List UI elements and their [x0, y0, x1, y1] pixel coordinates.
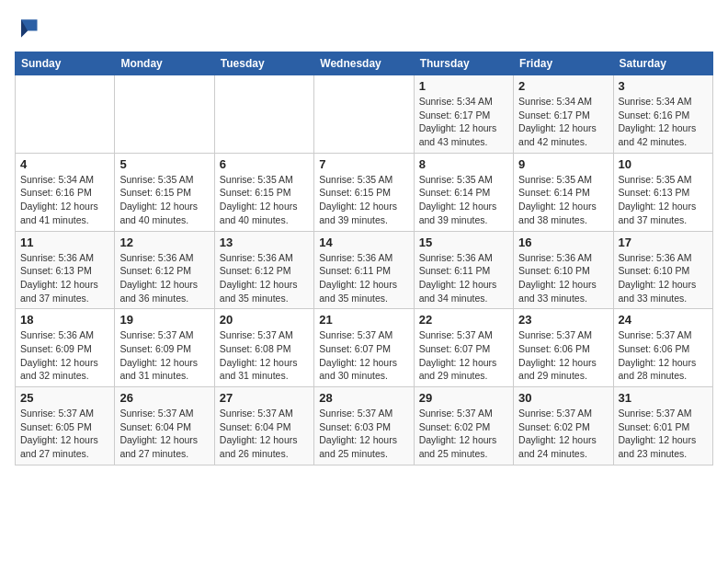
day-number: 2	[518, 79, 608, 93]
day-info: Sunrise: 5:35 AM Sunset: 6:15 PM Dayligh…	[119, 173, 209, 227]
header-day-tuesday: Tuesday	[214, 52, 313, 75]
day-number: 17	[619, 236, 708, 249]
calendar-table: SundayMondayTuesdayWednesdayThursdayFrid…	[15, 52, 713, 465]
day-info: Sunrise: 5:36 AM Sunset: 6:10 PM Dayligh…	[619, 251, 708, 305]
calendar-cell: 10Sunrise: 5:35 AM Sunset: 6:13 PM Dayli…	[613, 153, 712, 231]
calendar-body: 1Sunrise: 5:34 AM Sunset: 6:17 PM Daylig…	[16, 75, 713, 465]
calendar-cell: 18Sunrise: 5:36 AM Sunset: 6:09 PM Dayli…	[16, 309, 115, 387]
header-day-wednesday: Wednesday	[314, 52, 414, 75]
week-row-3: 11Sunrise: 5:36 AM Sunset: 6:13 PM Dayli…	[16, 231, 713, 309]
day-number: 24	[619, 313, 708, 327]
day-number: 1	[419, 79, 508, 93]
logo	[15, 15, 44, 40]
calendar-cell: 26Sunrise: 5:37 AM Sunset: 6:04 PM Dayli…	[115, 387, 214, 465]
day-number: 11	[20, 236, 109, 249]
calendar-cell: 31Sunrise: 5:37 AM Sunset: 6:01 PM Dayli…	[613, 387, 712, 465]
week-row-2: 4Sunrise: 5:34 AM Sunset: 6:16 PM Daylig…	[16, 153, 713, 231]
day-info: Sunrise: 5:36 AM Sunset: 6:12 PM Dayligh…	[119, 251, 209, 305]
day-info: Sunrise: 5:35 AM Sunset: 6:15 PM Dayligh…	[220, 173, 309, 227]
day-number: 30	[518, 391, 608, 405]
day-number: 25	[20, 391, 109, 405]
day-info: Sunrise: 5:35 AM Sunset: 6:13 PM Dayligh…	[619, 173, 708, 227]
day-info: Sunrise: 5:35 AM Sunset: 6:14 PM Dayligh…	[518, 173, 608, 227]
day-number: 20	[220, 313, 309, 327]
calendar-cell: 21Sunrise: 5:37 AM Sunset: 6:07 PM Dayli…	[314, 309, 414, 387]
day-number: 9	[518, 157, 608, 171]
day-number: 15	[419, 236, 508, 249]
day-number: 22	[419, 313, 508, 327]
calendar-cell: 11Sunrise: 5:36 AM Sunset: 6:13 PM Dayli…	[16, 231, 115, 309]
day-info: Sunrise: 5:37 AM Sunset: 6:04 PM Dayligh…	[119, 407, 209, 461]
calendar-cell	[115, 75, 214, 154]
day-info: Sunrise: 5:36 AM Sunset: 6:13 PM Dayligh…	[20, 251, 109, 305]
calendar-cell: 1Sunrise: 5:34 AM Sunset: 6:17 PM Daylig…	[414, 75, 513, 154]
day-info: Sunrise: 5:35 AM Sunset: 6:15 PM Dayligh…	[319, 173, 408, 227]
calendar-cell: 6Sunrise: 5:35 AM Sunset: 6:15 PM Daylig…	[214, 153, 313, 231]
day-number: 19	[119, 313, 209, 327]
day-info: Sunrise: 5:35 AM Sunset: 6:14 PM Dayligh…	[419, 173, 508, 227]
day-info: Sunrise: 5:37 AM Sunset: 6:03 PM Dayligh…	[319, 407, 408, 461]
day-number: 23	[518, 313, 608, 327]
calendar-cell	[314, 75, 414, 154]
day-info: Sunrise: 5:37 AM Sunset: 6:04 PM Dayligh…	[220, 407, 309, 461]
header-day-thursday: Thursday	[414, 52, 513, 75]
calendar-cell: 17Sunrise: 5:36 AM Sunset: 6:10 PM Dayli…	[613, 231, 712, 309]
day-number: 14	[319, 236, 408, 249]
calendar-cell: 16Sunrise: 5:36 AM Sunset: 6:10 PM Dayli…	[514, 231, 613, 309]
day-info: Sunrise: 5:34 AM Sunset: 6:17 PM Dayligh…	[518, 95, 608, 149]
day-number: 12	[119, 236, 209, 249]
calendar-cell: 15Sunrise: 5:36 AM Sunset: 6:11 PM Dayli…	[414, 231, 513, 309]
day-number: 26	[119, 391, 209, 405]
day-info: Sunrise: 5:37 AM Sunset: 6:09 PM Dayligh…	[119, 328, 209, 383]
calendar-cell: 29Sunrise: 5:37 AM Sunset: 6:02 PM Dayli…	[414, 387, 513, 465]
page-header	[15, 15, 713, 40]
day-info: Sunrise: 5:37 AM Sunset: 6:05 PM Dayligh…	[20, 407, 109, 461]
day-number: 29	[419, 391, 508, 405]
day-info: Sunrise: 5:37 AM Sunset: 6:02 PM Dayligh…	[419, 407, 508, 461]
calendar-cell: 20Sunrise: 5:37 AM Sunset: 6:08 PM Dayli…	[214, 309, 313, 387]
day-number: 10	[619, 157, 708, 171]
calendar-cell: 28Sunrise: 5:37 AM Sunset: 6:03 PM Dayli…	[314, 387, 414, 465]
calendar-cell: 19Sunrise: 5:37 AM Sunset: 6:09 PM Dayli…	[115, 309, 214, 387]
day-info: Sunrise: 5:37 AM Sunset: 6:02 PM Dayligh…	[518, 407, 608, 461]
header-day-sunday: Sunday	[16, 52, 115, 75]
day-number: 5	[119, 157, 209, 171]
calendar-cell: 12Sunrise: 5:36 AM Sunset: 6:12 PM Dayli…	[115, 231, 214, 309]
day-number: 8	[419, 157, 508, 171]
day-info: Sunrise: 5:36 AM Sunset: 6:12 PM Dayligh…	[220, 251, 309, 305]
day-number: 3	[619, 79, 708, 93]
week-row-1: 1Sunrise: 5:34 AM Sunset: 6:17 PM Daylig…	[16, 75, 713, 154]
calendar-cell: 25Sunrise: 5:37 AM Sunset: 6:05 PM Dayli…	[16, 387, 115, 465]
calendar-cell: 30Sunrise: 5:37 AM Sunset: 6:02 PM Dayli…	[514, 387, 613, 465]
day-info: Sunrise: 5:37 AM Sunset: 6:06 PM Dayligh…	[619, 328, 708, 383]
calendar-cell: 7Sunrise: 5:35 AM Sunset: 6:15 PM Daylig…	[314, 153, 414, 231]
day-info: Sunrise: 5:37 AM Sunset: 6:06 PM Dayligh…	[518, 328, 608, 383]
calendar-cell: 23Sunrise: 5:37 AM Sunset: 6:06 PM Dayli…	[514, 309, 613, 387]
day-number: 7	[319, 157, 408, 171]
week-row-4: 18Sunrise: 5:36 AM Sunset: 6:09 PM Dayli…	[16, 309, 713, 387]
day-info: Sunrise: 5:36 AM Sunset: 6:09 PM Dayligh…	[20, 328, 109, 383]
calendar-cell: 3Sunrise: 5:34 AM Sunset: 6:16 PM Daylig…	[613, 75, 712, 154]
day-info: Sunrise: 5:36 AM Sunset: 6:11 PM Dayligh…	[319, 251, 408, 305]
calendar-cell: 8Sunrise: 5:35 AM Sunset: 6:14 PM Daylig…	[414, 153, 513, 231]
day-info: Sunrise: 5:36 AM Sunset: 6:10 PM Dayligh…	[518, 251, 608, 305]
day-info: Sunrise: 5:37 AM Sunset: 6:08 PM Dayligh…	[220, 328, 309, 383]
day-info: Sunrise: 5:37 AM Sunset: 6:07 PM Dayligh…	[319, 328, 408, 383]
calendar-cell: 24Sunrise: 5:37 AM Sunset: 6:06 PM Dayli…	[613, 309, 712, 387]
week-row-5: 25Sunrise: 5:37 AM Sunset: 6:05 PM Dayli…	[16, 387, 713, 465]
header-row: SundayMondayTuesdayWednesdayThursdayFrid…	[16, 52, 713, 75]
header-day-friday: Friday	[514, 52, 613, 75]
day-info: Sunrise: 5:34 AM Sunset: 6:16 PM Dayligh…	[20, 173, 109, 227]
calendar-cell: 13Sunrise: 5:36 AM Sunset: 6:12 PM Dayli…	[214, 231, 313, 309]
day-info: Sunrise: 5:37 AM Sunset: 6:07 PM Dayligh…	[419, 328, 508, 383]
day-number: 28	[319, 391, 408, 405]
day-number: 16	[518, 236, 608, 249]
day-info: Sunrise: 5:34 AM Sunset: 6:17 PM Dayligh…	[419, 95, 508, 149]
calendar-cell: 2Sunrise: 5:34 AM Sunset: 6:17 PM Daylig…	[514, 75, 613, 154]
calendar-cell: 14Sunrise: 5:36 AM Sunset: 6:11 PM Dayli…	[314, 231, 414, 309]
header-day-monday: Monday	[115, 52, 214, 75]
day-number: 21	[319, 313, 408, 327]
calendar-cell: 4Sunrise: 5:34 AM Sunset: 6:16 PM Daylig…	[16, 153, 115, 231]
logo-icon	[15, 15, 40, 40]
day-number: 6	[220, 157, 309, 171]
